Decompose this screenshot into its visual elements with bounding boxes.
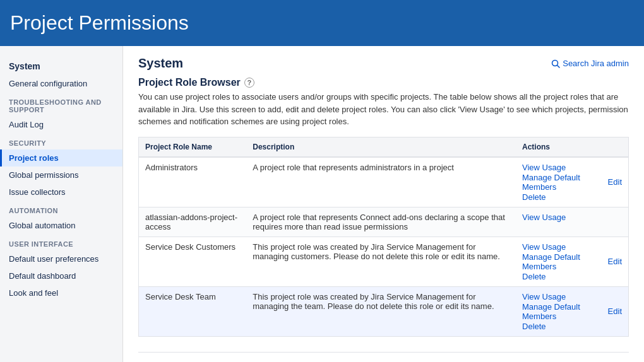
main-section-title: System — [138, 56, 183, 71]
sidebar-item-default-user-preferences[interactable]: Default user preferences — [0, 250, 122, 267]
table-row: AdministratorsA project role that repres… — [139, 157, 629, 207]
sidebar-item-general-configuration[interactable]: General configuration — [0, 75, 122, 92]
svg-line-1 — [558, 65, 560, 67]
sidebar-item-project-roles[interactable]: Project roles — [0, 149, 122, 166]
role-description-cell: A project role that represents administr… — [246, 157, 516, 207]
role-name-cell: Administrators — [139, 157, 247, 207]
search-jira-admin[interactable]: Search Jira admin — [551, 59, 629, 68]
main-header: System Search Jira admin — [138, 56, 629, 71]
col-header-description: Description — [246, 137, 516, 157]
sidebar-item-default-dashboard[interactable]: Default dashboard — [0, 267, 122, 284]
page-header: Project Permissions — [0, 0, 644, 46]
sidebar-item-audit-log[interactable]: Audit Log — [0, 116, 122, 133]
col-header-name: Project Role Name — [139, 137, 247, 157]
delete-link[interactable]: Delete — [522, 192, 622, 202]
sidebar-section-automation: AUTOMATION — [0, 201, 122, 217]
table-row: atlassian-addons-project-accessA project… — [139, 207, 629, 236]
table-row: Service Desk TeamThis project role was c… — [139, 286, 629, 336]
sidebar-item-issue-collectors[interactable]: Issue collectors — [0, 184, 122, 201]
edit-link[interactable]: Edit — [608, 257, 622, 266]
role-description-cell: A project role that represents Connect a… — [246, 207, 516, 236]
delete-link[interactable]: Delete — [522, 322, 622, 331]
delete-link[interactable]: Delete — [522, 272, 622, 281]
role-actions-cell: View UsageManage Default MembersEditDele… — [516, 157, 628, 207]
sidebar-item-global-permissions[interactable]: Global permissions — [0, 166, 122, 184]
view-usage-link[interactable]: View Usage — [522, 292, 622, 301]
sidebar-item-global-automation[interactable]: Global automation — [0, 217, 122, 234]
manage-default-members-link[interactable]: Manage Default Members — [522, 173, 604, 192]
role-actions-cell: View Usage — [516, 207, 628, 236]
project-role-browser-title: Project Role Browser ? — [138, 77, 629, 88]
manage-default-members-link[interactable]: Manage Default Members — [522, 302, 604, 321]
view-usage-link[interactable]: View Usage — [522, 242, 622, 252]
manage-default-members-link[interactable]: Manage Default Members — [522, 252, 604, 271]
role-actions-cell: View UsageManage Default MembersEditDele… — [516, 286, 628, 336]
role-name-cell: Service Desk Customers — [139, 236, 247, 286]
role-name-cell: Service Desk Team — [139, 286, 247, 336]
add-project-role-title: Add Project Role — [138, 352, 629, 363]
page-title: Project Permissions — [10, 11, 629, 35]
section-description: You can use project roles to associate u… — [138, 91, 629, 128]
sidebar-section-user-interface: USER INTERFACE — [0, 234, 122, 250]
sidebar-section-troubleshooting: TROUBLESHOOTING AND SUPPORT — [0, 92, 122, 116]
role-name-cell: atlassian-addons-project-access — [139, 207, 247, 236]
role-actions-cell: View UsageManage Default MembersEditDele… — [516, 236, 628, 286]
search-icon — [551, 59, 560, 68]
edit-link[interactable]: Edit — [608, 307, 622, 316]
sidebar-section-security: SECURITY — [0, 133, 122, 149]
col-header-actions: Actions — [516, 137, 628, 157]
view-usage-link[interactable]: View Usage — [522, 163, 622, 172]
role-description-cell: This project role was created by Jira Se… — [246, 236, 516, 286]
main-content: System Search Jira admin Project Role Br… — [123, 46, 644, 362]
sidebar-item-look-and-feel[interactable]: Look and feel — [0, 284, 122, 301]
sidebar: System General configuration TROUBLESHOO… — [0, 46, 123, 362]
main-layout: System General configuration TROUBLESHOO… — [0, 46, 644, 362]
project-roles-table: Project Role Name Description Actions Ad… — [138, 137, 629, 337]
edit-link[interactable]: Edit — [608, 177, 622, 187]
sidebar-system-label: System — [0, 55, 122, 75]
view-usage-link[interactable]: View Usage — [522, 213, 622, 222]
help-icon[interactable]: ? — [244, 78, 254, 88]
table-row: Service Desk CustomersThis project role … — [139, 236, 629, 286]
role-description-cell: This project role was created by Jira Se… — [246, 286, 516, 336]
